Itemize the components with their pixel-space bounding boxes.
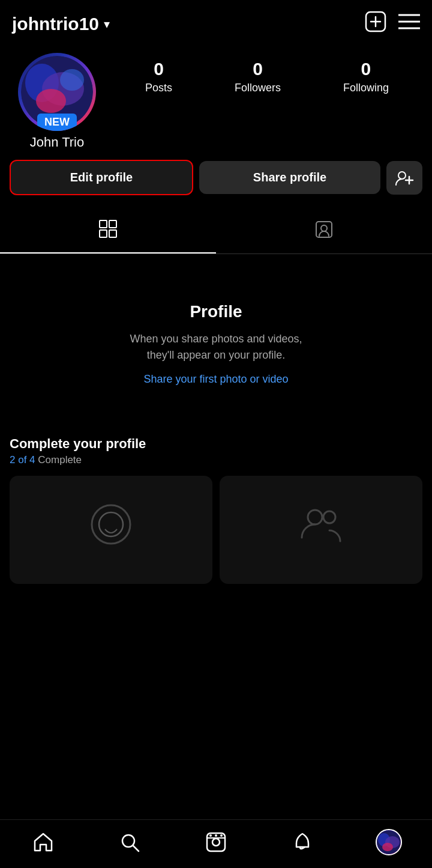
profile-display-name: John Trio bbox=[30, 135, 85, 150]
progress-count: 2 of 4 bbox=[10, 454, 35, 466]
posts-label: Posts bbox=[145, 82, 172, 94]
svg-rect-19 bbox=[316, 222, 332, 237]
profile-tabs bbox=[0, 210, 432, 254]
header-right bbox=[365, 11, 420, 37]
nav-profile[interactable] bbox=[365, 827, 413, 857]
edit-profile-button[interactable]: Edit profile bbox=[10, 160, 193, 195]
following-label: Following bbox=[343, 82, 389, 94]
followers-count: 0 bbox=[253, 59, 263, 79]
menu-icon[interactable] bbox=[398, 13, 420, 35]
share-first-photo-link[interactable]: Share your first photo or video bbox=[143, 373, 288, 386]
empty-state-title: Profile bbox=[190, 302, 242, 321]
svg-point-12 bbox=[398, 172, 406, 179]
svg-rect-18 bbox=[109, 230, 116, 237]
svg-point-20 bbox=[321, 225, 327, 231]
svg-rect-16 bbox=[109, 220, 116, 228]
avatar-container: NEW John Trio bbox=[12, 53, 102, 150]
complete-profile-title: Complete your profile bbox=[10, 436, 422, 452]
add-friend-button[interactable] bbox=[386, 161, 422, 195]
nav-home[interactable] bbox=[19, 827, 67, 857]
svg-point-32 bbox=[220, 834, 223, 837]
svg-point-31 bbox=[215, 834, 217, 837]
profile-avatar-nav bbox=[376, 829, 402, 855]
header-left: johntrio10 ▾ bbox=[12, 14, 110, 34]
complete-profile-section: Complete your profile 2 of 4 Complete bbox=[0, 422, 432, 593]
svg-point-36 bbox=[382, 843, 393, 851]
tab-tagged[interactable] bbox=[216, 210, 432, 253]
profile-cards bbox=[10, 476, 422, 584]
svg-point-21 bbox=[92, 505, 130, 544]
followers-label: Followers bbox=[235, 82, 281, 94]
progress-label: Complete bbox=[38, 454, 82, 466]
add-content-icon[interactable] bbox=[365, 11, 386, 37]
avatar[interactable]: NEW bbox=[18, 53, 96, 131]
nav-search[interactable] bbox=[106, 827, 154, 857]
tagged-icon bbox=[314, 220, 334, 243]
empty-state-subtitle: When you share photos and videos,they'll… bbox=[130, 331, 302, 363]
nav-notifications[interactable] bbox=[278, 827, 326, 857]
bottom-navigation bbox=[0, 819, 432, 868]
stat-posts[interactable]: 0 Posts bbox=[145, 59, 172, 94]
svg-point-23 bbox=[308, 510, 322, 524]
stat-followers[interactable]: 0 Followers bbox=[235, 59, 281, 94]
header: johntrio10 ▾ bbox=[0, 0, 432, 43]
action-buttons: Edit profile Share profile bbox=[0, 150, 432, 195]
message-bubble-icon bbox=[87, 500, 135, 560]
complete-progress: 2 of 4 Complete bbox=[10, 454, 422, 466]
svg-point-9 bbox=[36, 89, 66, 113]
people-icon bbox=[297, 500, 345, 560]
stats-container: 0 Posts 0 Followers 0 Following bbox=[114, 53, 420, 94]
svg-rect-17 bbox=[100, 230, 107, 237]
tab-grid[interactable] bbox=[0, 210, 216, 253]
stat-following[interactable]: 0 Following bbox=[343, 59, 389, 94]
username-display[interactable]: johntrio10 bbox=[12, 14, 99, 34]
svg-point-25 bbox=[122, 835, 134, 847]
chevron-down-icon[interactable]: ▾ bbox=[104, 17, 110, 31]
svg-point-28 bbox=[212, 839, 220, 846]
following-count: 0 bbox=[361, 59, 371, 79]
svg-point-24 bbox=[323, 511, 335, 523]
profile-empty-state: Profile When you share photos and videos… bbox=[0, 254, 432, 422]
svg-line-26 bbox=[133, 846, 139, 851]
posts-count: 0 bbox=[154, 59, 164, 79]
profile-card-message[interactable] bbox=[10, 476, 212, 584]
profile-card-people[interactable] bbox=[220, 476, 422, 584]
profile-section: NEW John Trio 0 Posts 0 Followers 0 Foll… bbox=[0, 43, 432, 150]
svg-point-10 bbox=[60, 69, 84, 91]
svg-point-30 bbox=[209, 834, 212, 837]
grid-icon bbox=[98, 219, 118, 243]
nav-reels[interactable] bbox=[192, 827, 240, 857]
new-badge: NEW bbox=[37, 114, 77, 131]
share-profile-button[interactable]: Share profile bbox=[199, 161, 380, 194]
svg-rect-15 bbox=[100, 220, 107, 228]
